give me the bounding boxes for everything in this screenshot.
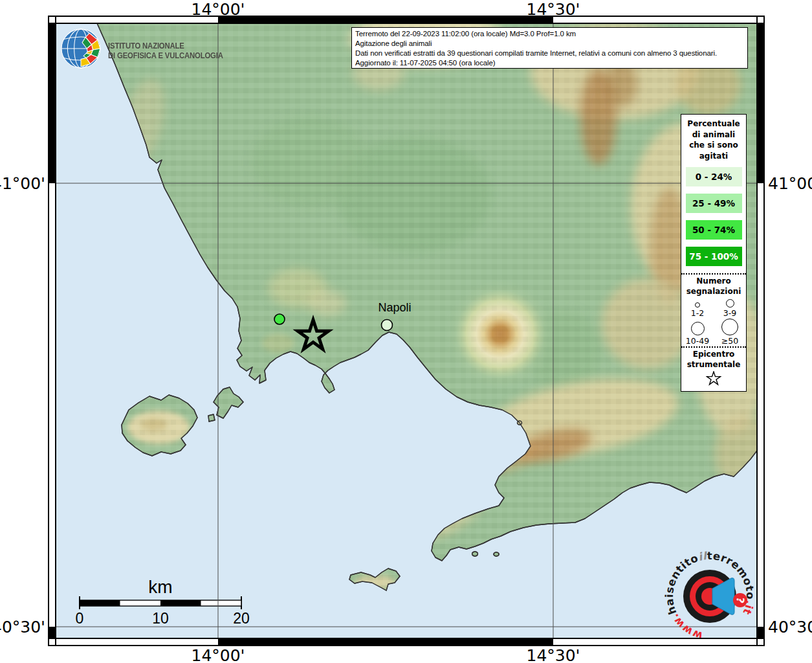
legend-swatch-50-74-label: 50 - 74% — [692, 225, 735, 235]
legend-size-3-9: 3-9 — [714, 299, 746, 319]
legend-reports-title-line1: Numero — [681, 276, 746, 287]
legend-size-1-2-label: 1-2 — [691, 308, 704, 319]
info-line-subject: Agitazione degli animali — [355, 39, 744, 49]
legend-size-50plus-label: ≥50 — [721, 336, 738, 346]
report-size-dot-large — [691, 322, 705, 335]
ingv-wordmark-line2: DI GEOFISICA E VULCANOLOGIA — [108, 51, 223, 60]
legend-epicenter-title-line2: strumentale — [681, 360, 746, 370]
legend-title: Percentuale di animali che si sono agita… — [681, 118, 746, 161]
info-line-updated: Aggiornato il: 11-07-2025 04:50 (ora loc… — [355, 58, 744, 68]
axis-label-bottom-east: 14°30' — [527, 646, 580, 663]
info-line-source: Dati non verificati estratti da 39 quest… — [355, 49, 744, 58]
ingv-logo: ISTITUTO NAZIONALE DI GEOFISICA E VULCAN… — [60, 28, 245, 69]
legend-swatch-25-49: 25 - 49% — [686, 194, 742, 213]
legend-epicenter-title-line1: Epicentro — [681, 350, 746, 360]
legend-report-sizes: 1-2 3-9 10-49 ≥50 — [681, 299, 746, 346]
legend-swatch-75-100-label: 75 - 100% — [689, 251, 738, 262]
legend-swatch-0-24: 0 - 24% — [686, 167, 742, 186]
legend-panel: Percentuale di animali che si sono agita… — [681, 114, 747, 392]
legend-size-1-2: 1-2 — [681, 299, 714, 319]
ingv-globe-icon — [60, 28, 102, 69]
legend-divider-1 — [681, 273, 746, 275]
legend-reports-title-line2: segnalazioni — [681, 287, 746, 297]
ingv-wordmark: ISTITUTO NAZIONALE DI GEOFISICA E VULCAN… — [108, 41, 223, 60]
legend-divider-2 — [681, 346, 746, 348]
legend-title-line1: Percentuale — [681, 118, 746, 129]
scale-unit-label: km — [148, 577, 172, 597]
report-size-dot-small — [695, 302, 700, 308]
report-size-dot-xlarge — [721, 319, 738, 335]
scale-tick-20: 20 — [233, 610, 250, 627]
axis-label-right-south: 40°30' — [768, 618, 812, 636]
legend-swatch-75-100: 75 - 100% — [686, 247, 742, 266]
ingv-wordmark-line1: ISTITUTO NAZIONALE — [108, 41, 223, 51]
legend-title-line3: che si sono — [681, 140, 746, 151]
legend-swatch-0-24-label: 0 - 24% — [696, 172, 732, 182]
axis-label-right-north: 41°00' — [768, 174, 812, 193]
scale-tick-10: 10 — [152, 610, 169, 627]
axis-label-left-north: 41°00' — [0, 174, 45, 193]
city-marker-circle — [382, 320, 393, 331]
legend-percent-classes: 0 - 24% 25 - 49% 50 - 74% 75 - 100% — [681, 167, 746, 266]
epicenter-star-icon — [706, 371, 721, 387]
earthquake-info-box: Terremoto del 22-09-2023 11:02:00 (ora l… — [351, 27, 748, 69]
report-marker-circle — [274, 314, 285, 324]
legend-swatch-50-74: 50 - 74% — [686, 220, 742, 240]
legend-reports-title: Numero segnalazioni — [681, 276, 746, 297]
legend-title-line2: di animali — [681, 129, 746, 140]
info-line-event: Terremoto del 22-09-2023 11:02:00 (ora l… — [355, 29, 744, 39]
scale-tick-0: 0 — [76, 610, 84, 627]
legend-swatch-25-49-label: 25 - 49% — [692, 198, 735, 208]
legend-size-3-9-label: 3-9 — [723, 308, 736, 319]
city-label: Napoli — [378, 301, 411, 314]
axis-label-top-east: 14°30' — [527, 0, 580, 19]
legend-epicenter-title: Epicentro strumentale — [681, 350, 746, 370]
legend-size-10-49: 10-49 — [681, 319, 714, 346]
axis-label-left-south: 40°30' — [0, 618, 45, 636]
axis-label-bottom-west: 14°00' — [192, 646, 245, 663]
legend-size-50plus: ≥50 — [714, 319, 746, 346]
map-stage: km 0 10 20 Napoli ? www — [0, 0, 812, 663]
legend-size-10-49-label: 10-49 — [686, 336, 709, 346]
report-size-dot-medium — [726, 299, 734, 308]
axis-label-top-west: 14°00' — [192, 0, 245, 19]
legend-title-line4: agitati — [681, 151, 746, 162]
